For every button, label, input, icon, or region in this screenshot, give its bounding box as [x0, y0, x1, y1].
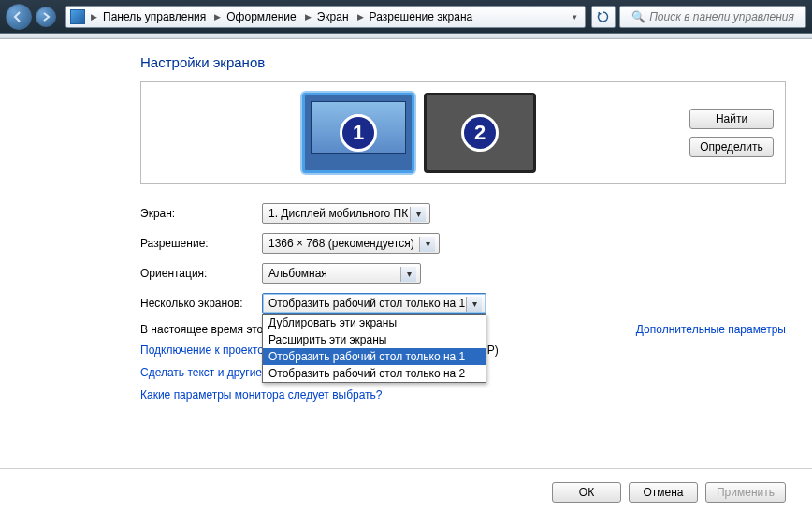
which-monitor-link[interactable]: Какие параметры монитора следует выбрать… — [140, 388, 786, 402]
projector-link[interactable]: Подключение к проектору — [140, 344, 276, 357]
dropdown-option[interactable]: Дублировать эти экраны — [263, 315, 486, 331]
footer-divider — [0, 468, 812, 469]
screen-label: Экран: — [140, 207, 262, 220]
orientation-label: Ориентация: — [140, 267, 262, 280]
dropdown-option[interactable]: Отобразить рабочий стол только на 1 — [263, 348, 486, 365]
screen-select[interactable]: 1. Дисплей мобильного ПК — [262, 203, 430, 224]
find-button[interactable]: Найти — [689, 109, 774, 129]
search-icon: 🔍 — [631, 10, 645, 23]
breadcrumb[interactable]: ▶ Панель управления ▶ Оформление ▶ Экран… — [65, 6, 586, 28]
multiple-displays-dropdown: Дублировать эти экраны Расширить эти экр… — [262, 314, 486, 383]
breadcrumb-item[interactable]: Экран — [313, 7, 355, 27]
chevron-right-icon: ▶ — [355, 12, 366, 22]
monitor-2[interactable]: 2 — [424, 93, 536, 173]
refresh-button[interactable] — [591, 6, 616, 28]
monitor-1[interactable]: 1 — [302, 93, 414, 173]
dropdown-option[interactable]: Расширить эти экраны — [263, 331, 486, 348]
multiple-displays-select[interactable]: Отобразить рабочий стол только на 1 Дубл… — [262, 293, 486, 314]
identify-button[interactable]: Определить — [689, 137, 774, 157]
search-input[interactable]: 🔍 Поиск в панели управления — [619, 6, 806, 28]
page-title: Настройки экранов — [140, 54, 786, 70]
control-panel-icon — [70, 9, 85, 24]
dialog-footer: ОК Отмена Применить — [552, 473, 786, 503]
search-placeholder: Поиск в панели управления — [649, 10, 794, 23]
breadcrumb-item[interactable]: Оформление — [223, 7, 302, 27]
back-button[interactable] — [6, 4, 32, 30]
resolution-select[interactable]: 1366 × 768 (рекомендуется) — [262, 233, 440, 254]
main-content: Настройки экранов 1 2 Найти Определить Э… — [0, 39, 812, 402]
breadcrumb-dropdown[interactable]: ▾ — [568, 12, 581, 22]
chevron-right-icon: ▶ — [89, 12, 99, 22]
settings-form: Экран: 1. Дисплей мобильного ПК Разрешен… — [140, 203, 786, 336]
multiple-displays-label: Несколько экранов: — [140, 297, 262, 310]
forward-button[interactable] — [36, 7, 56, 27]
chevron-right-icon: ▶ — [212, 12, 223, 22]
chevron-right-icon: ▶ — [303, 12, 313, 22]
monitor-preview: 1 2 — [149, 93, 689, 173]
address-bar: ▶ Панель управления ▶ Оформление ▶ Экран… — [0, 0, 812, 34]
monitor-number: 1 — [340, 114, 377, 152]
advanced-settings-link[interactable]: Дополнительные параметры — [636, 323, 786, 336]
dropdown-option[interactable]: Отобразить рабочий стол только на 2 — [263, 365, 486, 382]
orientation-select[interactable]: Альбомная — [262, 263, 421, 284]
monitor-panel-buttons: Найти Определить — [689, 109, 774, 157]
monitor-preview-panel: 1 2 Найти Определить — [140, 81, 786, 184]
apply-button[interactable]: Применить — [705, 482, 786, 503]
breadcrumb-item[interactable]: Разрешение экрана — [366, 7, 480, 27]
cancel-button[interactable]: Отмена — [629, 482, 698, 503]
ok-button[interactable]: ОК — [552, 482, 621, 503]
monitor-number: 2 — [461, 114, 499, 152]
resolution-label: Разрешение: — [140, 237, 262, 250]
breadcrumb-item[interactable]: Панель управления — [99, 7, 212, 27]
